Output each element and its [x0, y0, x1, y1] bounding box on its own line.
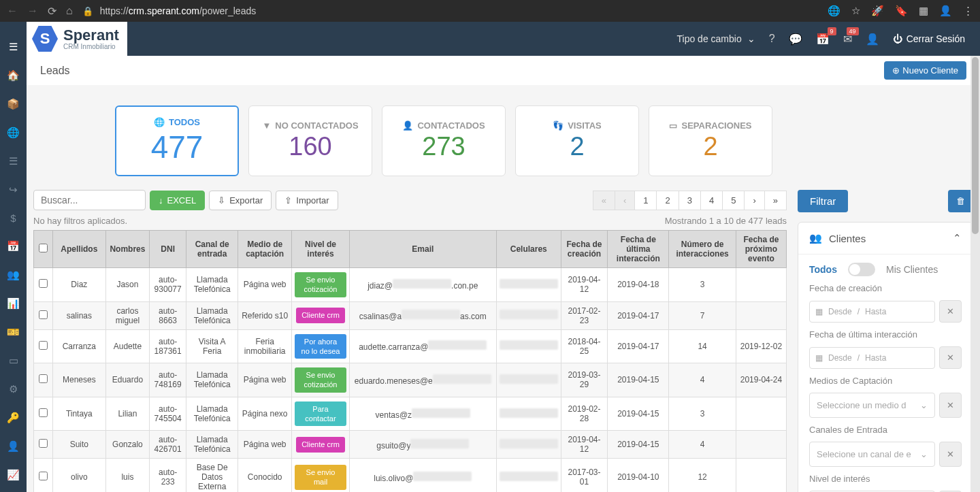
col-header[interactable]: DNI	[150, 231, 186, 268]
page-1[interactable]: 1	[634, 191, 657, 210]
back-icon[interactable]: ←	[7, 5, 18, 17]
url-text: https://crm.sperant.com/power_leads	[100, 5, 257, 16]
sidebar-chart-icon[interactable]: 📊	[0, 289, 27, 318]
kpi-todos[interactable]: 🌐TODOS477	[115, 105, 239, 176]
subinfo: No hay filtros aplicados. Mostrando 1 a …	[33, 216, 787, 226]
row-checkbox[interactable]	[39, 472, 48, 480]
page-prev[interactable]: ‹	[615, 191, 635, 210]
row-checkbox[interactable]	[39, 408, 48, 417]
page-last[interactable]: »	[764, 191, 787, 210]
clear-fecha-ultima[interactable]: ✕	[939, 346, 962, 369]
tipo-cambio-label: Tipo de cambio	[677, 33, 742, 44]
kpi-contactados[interactable]: 👤CONTACTADOS273	[382, 105, 506, 176]
col-header[interactable]: Celulares	[496, 231, 561, 268]
apps-icon[interactable]: ▦	[919, 5, 928, 17]
clear-medios[interactable]: ✕	[939, 393, 962, 418]
col-header[interactable]: Canal de entrada	[186, 231, 238, 268]
scrollbar-thumb[interactable]	[972, 57, 979, 234]
col-header[interactable]: Fecha de última interacción	[608, 231, 669, 268]
clear-filters-button[interactable]: 🗑	[948, 190, 973, 212]
row-checkbox[interactable]	[39, 279, 48, 288]
clear-fecha-creacion[interactable]: ✕	[939, 300, 962, 323]
col-header[interactable]: Fecha de próximo evento	[736, 231, 786, 268]
avatar-icon[interactable]: 👤	[939, 5, 952, 17]
translate-icon[interactable]: 🌐	[828, 5, 840, 17]
sidebar-menu-icon[interactable]: ☰	[0, 33, 27, 61]
col-header[interactable]: Fecha de creación	[561, 231, 607, 268]
table-row: olivo luis auto-233 Base De Datos Extern…	[34, 459, 787, 492]
col-header[interactable]: Nombres	[105, 231, 149, 268]
col-header[interactable]	[34, 231, 53, 268]
reload-icon[interactable]: ⟳	[48, 5, 56, 18]
chat-icon[interactable]: 💬	[789, 33, 802, 46]
calendar-icon[interactable]: 📅9	[816, 33, 830, 46]
sidebar-home-icon[interactable]: 🏠	[0, 61, 27, 90]
select-all-checkbox[interactable]	[39, 244, 48, 252]
sidebar-gear-icon[interactable]: ⚙	[0, 375, 27, 404]
page-4[interactable]: 4	[700, 191, 723, 210]
import-button[interactable]: ⇧Importar	[276, 191, 338, 210]
menu-icon[interactable]: ⋮	[963, 5, 973, 17]
fecha-creacion-range[interactable]: ▦ Desde / Hasta	[809, 301, 935, 323]
sidebar-calendar-icon[interactable]: 📅	[0, 232, 27, 261]
sidebar-arrow-icon[interactable]: ↪	[0, 176, 27, 204]
home-icon[interactable]: ⌂	[66, 5, 73, 17]
cell-nombres: Audette	[105, 329, 149, 363]
kpi-visitas[interactable]: 👣VISITAS2	[515, 105, 639, 176]
mis-clientes-option[interactable]: Mis Clientes	[886, 264, 938, 275]
mail-icon[interactable]: ✉49	[843, 33, 852, 46]
scrollbar[interactable]	[970, 56, 980, 492]
help-icon[interactable]: ?	[769, 33, 775, 45]
page-3[interactable]: 3	[679, 191, 701, 210]
rocket-icon[interactable]: 🚀	[871, 5, 884, 17]
excel-button[interactable]: ↓EXCEL	[150, 191, 205, 210]
cell-fecha-proximo	[736, 431, 786, 459]
page-first[interactable]: «	[593, 191, 615, 210]
col-header[interactable]: Medio de captación	[238, 231, 292, 268]
row-checkbox[interactable]	[39, 439, 48, 448]
clear-canales[interactable]: ✕	[939, 442, 962, 467]
bookmark-icon[interactable]: 🔖	[895, 5, 908, 17]
sidebar-key-icon[interactable]: 🔑	[0, 404, 27, 432]
sidebar-ticket-icon[interactable]: 🎫	[0, 318, 27, 346]
sidebar-globe-icon[interactable]: 🌐	[0, 118, 27, 147]
canales-select[interactable]: Selecione un canal de e⌄	[809, 442, 935, 467]
page-5[interactable]: 5	[722, 191, 745, 210]
filter-button[interactable]: Filtrar	[798, 190, 848, 212]
cell-canal: Llamada Telefónica	[186, 397, 238, 431]
page-2[interactable]: 2	[656, 191, 679, 210]
url-bar[interactable]: 🔒 https://crm.sperant.com/power_leads	[82, 5, 818, 16]
cell-dni: auto-187361	[150, 329, 186, 363]
sidebar-list-icon[interactable]: ☰	[0, 147, 27, 176]
row-checkbox[interactable]	[39, 310, 48, 319]
col-header[interactable]: Apellidos	[53, 231, 106, 268]
kpi-separaciones[interactable]: ▭SEPARACIONES2	[649, 105, 772, 176]
user-icon[interactable]: 👤	[866, 33, 879, 46]
col-header[interactable]: Nivel de interés	[292, 231, 350, 268]
sidebar-page-icon[interactable]: ▭	[0, 346, 27, 375]
tipo-cambio-dropdown[interactable]: Tipo de cambio ⌄	[677, 33, 755, 44]
sidebar-users-icon[interactable]: 👥	[0, 261, 27, 289]
page-next[interactable]: ›	[744, 191, 764, 210]
sidebar-person-icon[interactable]: 👤	[0, 432, 27, 461]
forward-icon[interactable]: →	[27, 5, 38, 17]
sidebar-dollar-icon[interactable]: $	[0, 204, 27, 232]
row-checkbox[interactable]	[39, 341, 48, 350]
logout-button[interactable]: ⏻ Cerrar Sesión	[893, 33, 965, 44]
logo[interactable]: S Sperant CRM Inmobiliario	[27, 22, 127, 56]
search-input[interactable]	[33, 190, 146, 210]
row-checkbox[interactable]	[39, 374, 48, 383]
clientes-header[interactable]: 👥 Clientes ⌃	[798, 223, 973, 255]
new-client-button[interactable]: ⊕ Nuevo Cliente	[884, 61, 966, 80]
sidebar-stats-icon[interactable]: 📈	[0, 461, 27, 489]
col-header[interactable]: Número de interacciones	[669, 231, 736, 268]
clients-switch[interactable]	[848, 263, 875, 276]
medios-select[interactable]: Seleccione un medio d⌄	[809, 393, 935, 418]
star-icon[interactable]: ☆	[851, 5, 860, 17]
todos-option[interactable]: Todos	[809, 264, 837, 275]
sidebar-box-icon[interactable]: 📦	[0, 90, 27, 118]
col-header[interactable]: Email	[349, 231, 496, 268]
export-button[interactable]: ⇩Exportar	[209, 191, 272, 210]
kpi-no-contactados[interactable]: ▼NO CONTACTADOS160	[248, 105, 372, 176]
fecha-ultima-range[interactable]: ▦ Desde / Hasta	[809, 347, 935, 369]
